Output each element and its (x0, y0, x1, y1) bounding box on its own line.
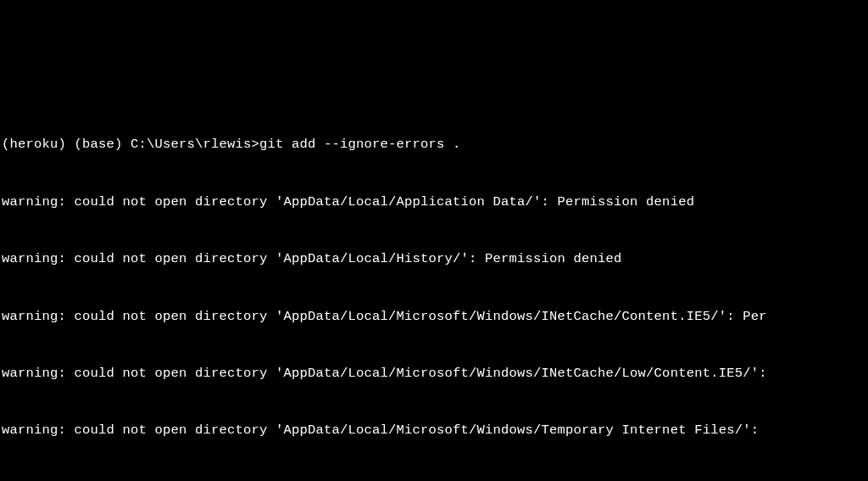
terminal-output[interactable]: (heroku) (base) C:\Users\rlewis>git add … (0, 95, 868, 481)
output-line: warning: could not open directory 'AppDa… (2, 307, 868, 326)
prompt-line: (heroku) (base) C:\Users\rlewis>git add … (2, 135, 868, 154)
output-line: warning: could not open directory 'AppDa… (2, 421, 868, 439)
command-text: git add --ignore-errors . (259, 137, 461, 152)
output-line: warning: could not open directory 'AppDa… (2, 193, 868, 211)
output-line: warning: could not open directory 'AppDa… (2, 364, 868, 383)
output-line: warning: could not open directory 'AppDa… (2, 249, 868, 268)
prompt-prefix: (heroku) (base) C:\Users\rlewis> (2, 137, 259, 152)
